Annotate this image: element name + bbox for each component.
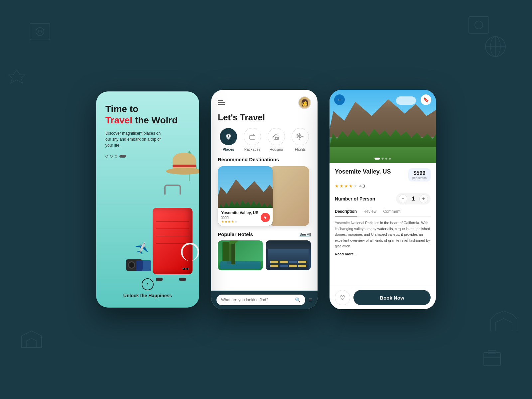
back-button[interactable]: ← [334, 94, 345, 105]
flights-circle [292, 128, 309, 145]
hero-mountain-bg [330, 90, 436, 163]
suitcase-icon [153, 195, 196, 281]
flights-label: Flights [295, 147, 306, 151]
phones-container: Time to Travel the Wolrd Discover magnif… [96, 90, 436, 309]
dot-3[interactable] [115, 155, 117, 158]
splash-bottom: ↑ Unlock the Happiness [105, 278, 190, 298]
splash-title: Time to Travel the Wolrd [105, 103, 190, 126]
recommend-title: Recommend Destinations [211, 157, 318, 166]
nav-flights[interactable]: Flights [292, 128, 309, 151]
svg-rect-17 [275, 137, 277, 139]
bookmark-button[interactable]: 🔖 [421, 94, 431, 105]
hotel-card-1[interactable] [218, 240, 263, 270]
person-counter: − 1 + [396, 193, 431, 204]
hero-dot-2[interactable] [382, 158, 384, 160]
hero-image: ← 🔖 [330, 90, 436, 163]
packages-circle [244, 128, 261, 145]
destination-card-back [269, 166, 309, 226]
person-label: Number of Person [335, 196, 375, 201]
packages-label: Packages [244, 147, 260, 151]
search-bottom-bar: 🔍 ≡ [211, 291, 318, 309]
search-input[interactable] [221, 298, 292, 302]
description-text: Yosemite National Park lies in the heart… [335, 220, 431, 249]
star-3: ★ [228, 220, 231, 223]
book-now-button[interactable]: Book Now [353, 290, 431, 305]
hotel-card-2[interactable] [266, 240, 311, 270]
person-row: Number of Person − 1 + [335, 193, 431, 204]
avatar[interactable]: 👩 [298, 96, 311, 109]
list-icon[interactable]: ≡ [309, 297, 312, 304]
places-circle [220, 128, 237, 145]
svg-point-14 [228, 135, 229, 137]
price-per: per person [412, 176, 427, 180]
headphones-icon [181, 243, 199, 261]
destinations-list: Yosemite Valley, US $599 ★ ★ ★ ★ ★ ♥ [211, 166, 318, 231]
svg-rect-9 [484, 352, 500, 366]
svg-rect-15 [250, 135, 255, 139]
phone2-header: 👩 [211, 90, 318, 112]
phone-1-splash: Time to Travel the Wolrd Discover magnif… [96, 91, 199, 308]
splash-dots [105, 155, 190, 158]
see-all-button[interactable]: See All [300, 232, 311, 236]
read-more-button[interactable]: Read more... [335, 252, 431, 256]
popular-hotels-title: Popular Hotels [218, 231, 253, 237]
unlock-text: Unlock the Happiness [123, 293, 172, 298]
nav-icons: Places Packages [211, 128, 318, 157]
housing-circle [268, 128, 285, 145]
dot-1[interactable] [105, 155, 108, 158]
unlock-icon[interactable]: ↑ [142, 278, 154, 290]
splash-image: ✈️ 🕶️ [126, 148, 199, 281]
nav-places[interactable]: Places [220, 128, 237, 151]
hero-dot-1[interactable] [375, 158, 380, 160]
nav-packages[interactable]: Packages [244, 128, 261, 151]
hero-clouds [396, 96, 416, 105]
search-icon: 🔍 [295, 297, 301, 303]
dot-4[interactable] [119, 155, 126, 158]
phone-2-travel: 👩 Let's Travel Places [211, 90, 318, 309]
rating-stars: ★ ★ ★ ★ ★ [335, 184, 357, 189]
svg-point-8 [490, 37, 500, 57]
dot-2[interactable] [110, 155, 113, 158]
hero-dots [375, 158, 391, 160]
sunglasses-icon: 🕶️ [182, 265, 189, 273]
tab-description[interactable]: Description [335, 209, 357, 216]
description-tabs: Description Review Comment [335, 209, 431, 217]
popular-hotels-header: Popular Hotels See All [211, 231, 318, 240]
star-1: ★ [221, 220, 224, 223]
passport-icon [136, 260, 151, 271]
r-star-4: ★ [349, 184, 353, 189]
svg-point-4 [475, 21, 483, 29]
star-5: ★ [234, 220, 237, 223]
splash-subtitle: Discover magnificent places on our shy a… [105, 130, 162, 148]
housing-label: Housing [270, 147, 283, 151]
hero-dot-3[interactable] [385, 158, 387, 160]
star-2: ★ [224, 220, 227, 223]
hero-dot-4[interactable] [389, 158, 391, 160]
nav-housing[interactable]: Housing [268, 128, 285, 151]
price-amount: $599 [414, 170, 426, 176]
destination-card-yosemite[interactable]: Yosemite Valley, US $599 ★ ★ ★ ★ ★ ♥ [218, 166, 273, 226]
svg-rect-3 [469, 17, 489, 33]
search-bar[interactable]: 🔍 [216, 295, 305, 305]
person-count: 1 [411, 196, 416, 202]
r-star-1: ★ [335, 184, 339, 189]
phone2-title: Let's Travel [211, 112, 318, 128]
rating-number: 4.3 [359, 184, 365, 189]
increment-button[interactable]: + [419, 195, 428, 203]
r-star-5: ★ [353, 184, 357, 189]
hamburger-menu[interactable] [218, 100, 225, 105]
places-label: Places [223, 147, 234, 151]
action-buttons: ♡ Book Now [330, 286, 436, 309]
detail-header: Yosemite Valley, US $599 per person [335, 168, 431, 182]
tab-comment[interactable]: Comment [383, 209, 400, 216]
wishlist-button[interactable]: ♡ [335, 290, 350, 305]
plane-icon: ✈️ [134, 242, 149, 256]
hotels-grid [211, 240, 318, 291]
decrement-button[interactable]: − [399, 195, 407, 203]
svg-rect-0 [30, 23, 50, 40]
tab-review[interactable]: Review [363, 209, 376, 216]
rating-row: ★ ★ ★ ★ ★ 4.3 [335, 184, 431, 189]
heart-button[interactable]: ♥ [261, 213, 270, 222]
svg-point-1 [36, 28, 44, 36]
svg-rect-10 [488, 350, 496, 354]
